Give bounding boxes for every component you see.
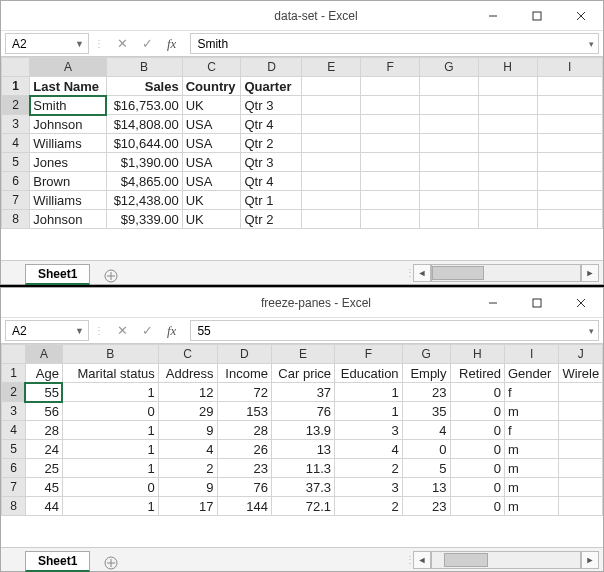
cell[interactable]: 1 (62, 497, 158, 516)
chevron-down-icon[interactable]: ▾ (589, 326, 594, 336)
cell[interactable]: Jones (30, 153, 106, 172)
cell[interactable]: 37.3 (271, 478, 334, 497)
cell[interactable] (537, 134, 602, 153)
cell[interactable]: $12,438.00 (106, 191, 182, 210)
formula-input[interactable]: Smith▾ (190, 33, 599, 54)
select-all-corner[interactable] (2, 58, 30, 77)
cell[interactable]: Retired (450, 364, 504, 383)
horizontal-scrollbar[interactable]: ◄► (413, 548, 603, 571)
column-header[interactable]: E (271, 345, 334, 364)
cell[interactable]: 13.9 (271, 421, 334, 440)
cell[interactable]: 13 (271, 440, 334, 459)
minimize-button[interactable] (471, 1, 515, 31)
cell[interactable] (361, 96, 420, 115)
cell[interactable]: 1 (335, 402, 403, 421)
cell[interactable]: 35 (402, 402, 450, 421)
cell[interactable]: 0 (450, 383, 504, 402)
cell[interactable] (537, 210, 602, 229)
row-header[interactable]: 1 (2, 77, 30, 96)
cell[interactable] (420, 191, 479, 210)
cell[interactable] (559, 383, 603, 402)
cell[interactable] (478, 96, 537, 115)
column-header[interactable]: F (361, 58, 420, 77)
fx-icon[interactable]: fx (167, 323, 176, 339)
scroll-left-button[interactable]: ◄ (413, 551, 431, 569)
cell[interactable]: 29 (158, 402, 217, 421)
cell[interactable] (537, 77, 602, 96)
cell[interactable]: 76 (271, 402, 334, 421)
cell[interactable]: m (504, 440, 558, 459)
cell[interactable]: Qtr 2 (241, 210, 302, 229)
cell[interactable]: 25 (25, 459, 62, 478)
cell[interactable]: UK (182, 96, 241, 115)
column-header[interactable]: J (559, 345, 603, 364)
cell[interactable]: 0 (402, 440, 450, 459)
cell[interactable]: 0 (62, 478, 158, 497)
cell[interactable]: Country (182, 77, 241, 96)
cell[interactable]: $4,865.00 (106, 172, 182, 191)
cell[interactable]: 72 (217, 383, 271, 402)
cell[interactable]: 0 (450, 459, 504, 478)
cell[interactable] (559, 478, 603, 497)
cell[interactable]: 55 (25, 383, 62, 402)
cell[interactable]: Qtr 2 (241, 134, 302, 153)
cell[interactable] (537, 153, 602, 172)
cell[interactable] (559, 421, 603, 440)
row-header[interactable]: 2 (2, 383, 26, 402)
column-header[interactable]: E (302, 58, 361, 77)
cell[interactable]: 1 (335, 383, 403, 402)
cell[interactable]: USA (182, 153, 241, 172)
horizontal-scrollbar[interactable]: ◄► (413, 261, 603, 284)
cell[interactable]: 1 (62, 421, 158, 440)
column-header[interactable]: C (158, 345, 217, 364)
cell[interactable]: Sales (106, 77, 182, 96)
maximize-button[interactable] (515, 288, 559, 318)
cell[interactable] (361, 172, 420, 191)
row-header[interactable]: 7 (2, 191, 30, 210)
cell[interactable]: 3 (335, 478, 403, 497)
cell[interactable]: USA (182, 115, 241, 134)
cell[interactable]: Williams (30, 134, 106, 153)
cell[interactable] (420, 210, 479, 229)
close-button[interactable] (559, 288, 603, 318)
scroll-left-button[interactable]: ◄ (413, 264, 431, 282)
cell[interactable] (559, 402, 603, 421)
cell[interactable]: 144 (217, 497, 271, 516)
cell[interactable]: Car price (271, 364, 334, 383)
column-header[interactable]: A (30, 58, 106, 77)
cell[interactable]: 45 (25, 478, 62, 497)
cell[interactable] (361, 153, 420, 172)
titlebar[interactable]: freeze-panes - Excel (1, 288, 603, 318)
column-header[interactable]: D (217, 345, 271, 364)
name-box[interactable]: A2▼ (5, 33, 89, 54)
cell[interactable]: 23 (402, 497, 450, 516)
cell[interactable]: $16,753.00 (106, 96, 182, 115)
cell[interactable]: m (504, 497, 558, 516)
cell[interactable] (537, 191, 602, 210)
cell[interactable]: USA (182, 172, 241, 191)
cell[interactable] (478, 77, 537, 96)
cell[interactable]: 24 (25, 440, 62, 459)
cell[interactable]: f (504, 383, 558, 402)
cell[interactable]: 0 (62, 402, 158, 421)
cell[interactable]: Gender (504, 364, 558, 383)
cell[interactable] (537, 172, 602, 191)
cell[interactable]: Qtr 1 (241, 191, 302, 210)
cell[interactable] (478, 210, 537, 229)
column-header[interactable]: H (478, 58, 537, 77)
cell[interactable]: Qtr 4 (241, 172, 302, 191)
row-header[interactable]: 1 (2, 364, 26, 383)
cell[interactable] (559, 440, 603, 459)
column-header[interactable]: I (504, 345, 558, 364)
cell[interactable]: Qtr 4 (241, 115, 302, 134)
cell[interactable] (478, 172, 537, 191)
cell[interactable]: 9 (158, 421, 217, 440)
cell[interactable] (302, 172, 361, 191)
minimize-button[interactable] (471, 288, 515, 318)
cell[interactable] (478, 153, 537, 172)
cell[interactable]: m (504, 402, 558, 421)
cell[interactable] (361, 77, 420, 96)
row-header[interactable]: 4 (2, 134, 30, 153)
row-header[interactable]: 4 (2, 421, 26, 440)
column-header[interactable]: C (182, 58, 241, 77)
